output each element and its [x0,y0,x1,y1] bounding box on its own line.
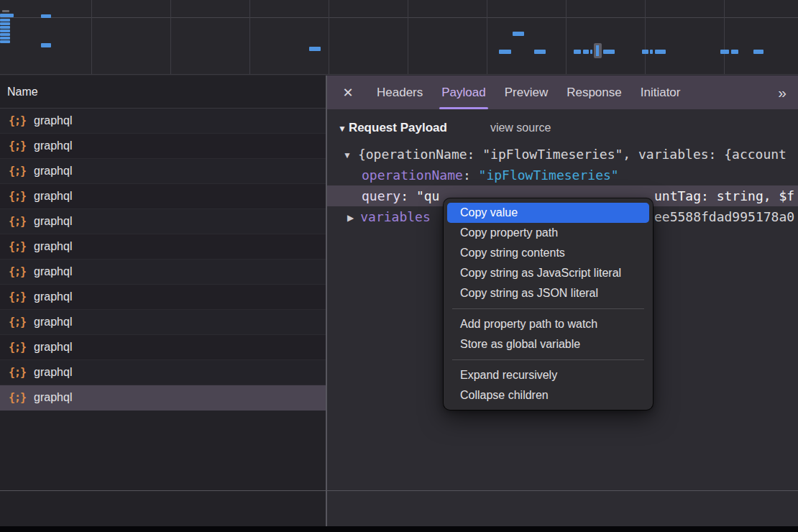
request-table: Name {;}graphql{;}graphql{;}graphql{;}gr… [0,75,326,532]
json-braces-icon: {;} [9,190,26,203]
menu-separator [452,359,644,360]
json-braces-icon: {;} [9,290,26,303]
request-name: graphql [34,190,72,203]
request-name: graphql [34,265,72,278]
menu-item-copy-value[interactable]: Copy value [447,203,649,223]
request-timing-bar [0,33,10,36]
json-braces-icon: {;} [9,316,26,329]
json-braces-icon: {;} [9,139,26,152]
request-timing-bar [0,14,14,17]
timeline-gridline [170,0,171,74]
json-braces-icon: {;} [9,391,26,404]
tab-payload[interactable]: Payload [432,75,495,109]
detail-tabs: HeadersPayloadPreviewResponseInitiator [367,75,689,109]
key-value-separator: : [400,188,416,203]
request-timing-bar [583,50,589,54]
menu-item-add-property-path-to-watch[interactable]: Add property path to watch [447,314,649,334]
table-row[interactable]: {;}graphql [0,260,326,285]
table-row[interactable]: {;}graphql [0,310,326,335]
request-timing-bar [41,43,51,47]
menu-item-copy-property-path[interactable]: Copy property path [447,223,649,243]
menu-item-store-as-global-variable[interactable]: Store as global variable [447,334,649,354]
request-timing-bar [753,50,763,54]
network-overview-timeline[interactable] [0,0,798,75]
timeline-gridline [487,0,487,74]
section-title: Request Payload [349,121,447,135]
menu-item-copy-string-as-javascript-literal[interactable]: Copy string as JavaScript literal [447,263,649,283]
detail-tab-bar: ✕ HeadersPayloadPreviewResponseInitiator… [327,75,798,109]
view-source-link[interactable]: view source [490,121,551,134]
request-name: graphql [34,391,72,404]
json-braces-icon: {;} [9,114,26,127]
more-tabs-icon[interactable]: » [778,84,785,101]
request-timing-bar [0,40,10,43]
property-value-right-fragment: untTag: string, $f [654,185,794,206]
selected-request-marker [594,43,602,58]
request-timing-bar [603,50,615,54]
timeline-gridline [329,0,329,74]
close-icon[interactable]: ✕ [337,85,359,101]
request-timing-bar [534,50,546,54]
section-expand-icon[interactable]: ▼ [338,124,347,134]
request-timing-bar [650,50,653,54]
timeline-gridline [91,0,92,74]
timeline-gridline [645,0,646,74]
request-timing-bar [720,50,729,54]
request-name: graphql [34,240,72,253]
context-menu: Copy valueCopy property pathCopy string … [444,198,653,410]
request-timing-bar [0,19,10,22]
request-name: graphql [34,139,72,152]
request-payload-section[interactable]: ▼ Request Payload view source [338,121,798,135]
request-timing-bar [574,50,581,54]
json-braces-icon: {;} [9,341,26,354]
request-timing-bar [513,32,524,36]
request-name: graphql [34,165,72,178]
table-row[interactable]: {;}graphql [0,109,326,134]
json-braces-icon: {;} [9,265,26,278]
json-braces-icon: {;} [9,215,26,228]
table-row[interactable]: {;}graphql [0,209,326,234]
table-row[interactable]: {;}graphql [0,335,326,360]
request-timing-bar [642,50,648,54]
table-row[interactable]: {;}graphql [0,360,326,385]
name-column-header[interactable]: Name [0,75,326,109]
property-key: variables [360,209,431,224]
menu-item-copy-string-as-json-literal[interactable]: Copy string as JSON literal [447,283,649,303]
table-row[interactable]: {;}graphql [0,159,326,184]
tab-response[interactable]: Response [557,75,631,109]
table-row[interactable]: {;}graphql [0,134,326,159]
devtools-network-panel: Name {;}graphql{;}graphql{;}graphql{;}gr… [0,0,798,532]
timeline-gridline [724,0,725,74]
timeline-gridline [249,0,250,74]
request-name: graphql [34,366,72,379]
tree-row-root[interactable]: ▼{operationName: "ipFlowTimeseries", var… [327,144,798,165]
request-name: graphql [34,341,72,354]
table-row[interactable]: {;}graphql [0,184,326,209]
window-bottom-edge [0,526,798,532]
root-object-preview: {operationName: "ipFlowTimeseries", vari… [358,147,786,162]
request-timing-bar [499,50,511,54]
overview-horizontal-rule [0,17,798,18]
table-row[interactable]: {;}graphql [0,385,326,411]
json-braces-icon: {;} [9,366,26,379]
tab-initiator[interactable]: Initiator [631,75,690,109]
table-row[interactable]: {;}graphql [0,285,326,310]
tab-headers[interactable]: Headers [367,75,432,109]
request-timing-bar [655,50,666,54]
tree-row-operation-name[interactable]: operationName: "ipFlowTimeseries" [327,165,798,185]
request-timing-bar [41,14,51,18]
menu-item-collapse-children[interactable]: Collapse children [447,385,649,405]
collapsed-icon[interactable]: ▶ [347,208,354,227]
table-row[interactable]: {;}graphql [0,234,326,260]
tab-preview[interactable]: Preview [495,75,557,109]
menu-item-copy-string-contents[interactable]: Copy string contents [447,243,649,263]
request-name: graphql [34,290,72,303]
menu-item-expand-recursively[interactable]: Expand recursively [447,365,649,385]
summary-bar-divider [0,490,798,491]
expand-icon[interactable]: ▼ [343,145,352,165]
property-value: "ipFlowTimeseries" [479,168,619,183]
property-key: query [362,188,400,203]
request-name: graphql [34,316,72,329]
request-timing-bar [731,50,738,54]
timeline-gridline [566,0,567,74]
